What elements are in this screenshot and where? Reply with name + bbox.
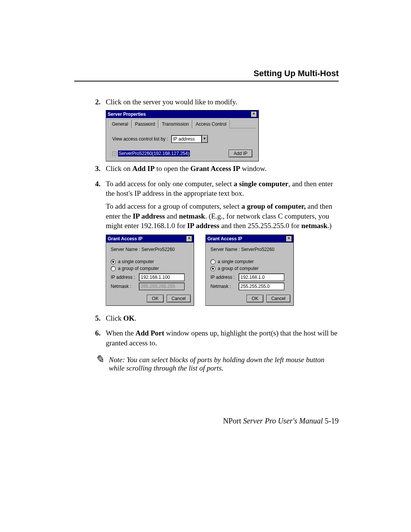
viewby-combo[interactable]: IP address ▼	[171, 135, 208, 143]
ip-input[interactable]: 192.168.1.100	[139, 273, 185, 281]
step-6-number: 6.	[95, 328, 106, 351]
close-icon[interactable]: ×	[286, 236, 292, 242]
grant-single-title: Grant Access IP	[108, 236, 143, 242]
add-ip-button[interactable]: Add IP	[229, 150, 252, 157]
step-5-number: 5.	[95, 313, 106, 326]
cancel-button[interactable]: Cancel	[167, 295, 191, 302]
radio-single-computer[interactable]: a single computer	[111, 259, 189, 265]
step-2: 2. Click on the server you would like to…	[95, 97, 339, 161]
netmask-label: Netmask :	[111, 283, 136, 289]
ip-label: IP address :	[111, 274, 136, 280]
radio-single-computer[interactable]: a single computer	[210, 259, 289, 265]
radio-icon	[111, 259, 116, 264]
close-icon[interactable]: ×	[186, 236, 192, 242]
tree-expand-icon[interactable]: -	[112, 152, 116, 156]
close-icon[interactable]: ×	[251, 111, 257, 117]
grant-group-server: Server Name : ServerPro52260	[210, 246, 289, 252]
ok-button[interactable]: OK	[147, 295, 163, 302]
footer-page: 5-19	[323, 417, 339, 425]
tab-strip: General Password Transmission Access Con…	[108, 120, 256, 128]
ip-input[interactable]: 192.168.1.0	[239, 273, 284, 281]
grant-single-server: Server Name : ServerPro52260	[111, 246, 189, 252]
chevron-down-icon[interactable]: ▼	[202, 135, 208, 143]
radio-icon	[210, 259, 215, 264]
viewby-label: View access control list by :	[112, 136, 168, 142]
footer-manual: Server Pro User's Manual	[243, 417, 323, 425]
netmask-input[interactable]: 255.255.255.0	[239, 283, 284, 290]
step-3: 3. Click on Add IP to open the Grant Acc…	[95, 164, 339, 177]
note-text: Note: You can select blocks of ports by …	[109, 356, 339, 372]
server-properties-titlebar: Server Properties ×	[106, 110, 258, 118]
header-title: Setting Up Multi-Host	[253, 69, 339, 78]
tab-password[interactable]: Password	[132, 120, 159, 128]
step-2-number: 2.	[95, 97, 106, 161]
radio-icon	[111, 266, 116, 271]
server-properties-title: Server Properties	[108, 111, 146, 117]
step-2-text: Click on the server you would like to mo…	[106, 98, 237, 106]
tab-access-control[interactable]: Access Control	[192, 120, 230, 128]
page-header: Setting Up Multi-Host	[74, 69, 339, 81]
viewby-value: IP address	[171, 135, 202, 143]
step-4: 4. To add access for only one computer, …	[95, 179, 339, 311]
step-3-number: 3.	[95, 164, 106, 177]
ip-label: IP address :	[210, 274, 236, 280]
netmask-input: 255.255.255.255	[139, 283, 185, 290]
note-icon: ✎	[95, 356, 106, 372]
step-4-number: 4.	[95, 179, 106, 311]
radio-group-computer[interactable]: a group of computer	[111, 265, 189, 272]
tab-transmission[interactable]: Transmission	[158, 120, 192, 128]
cancel-button[interactable]: Cancel	[266, 295, 290, 302]
netmask-label: Netmask :	[210, 283, 236, 289]
radio-icon	[210, 266, 215, 271]
tree-selected-item[interactable]: ServerPro52260(192.168.127.254)	[118, 150, 190, 157]
step-6: 6. When the Add Port window opens up, hi…	[95, 328, 339, 351]
grant-access-dialog-single: Grant Access IP × Server Name : ServerPr…	[106, 235, 194, 306]
tab-general[interactable]: General	[108, 120, 132, 128]
radio-group-computer[interactable]: a group of computer	[210, 265, 289, 272]
step-5: 5. Click OK.	[95, 313, 339, 326]
ok-button[interactable]: OK	[247, 295, 263, 302]
server-properties-dialog: Server Properties × General Password Tra…	[106, 110, 259, 161]
note: ✎ Note: You can select blocks of ports b…	[95, 356, 339, 372]
grant-group-title: Grant Access IP	[207, 236, 242, 242]
page-footer: NPort Server Pro User's Manual 5-19	[0, 417, 339, 425]
grant-access-dialog-group: Grant Access IP × Server Name : ServerPr…	[206, 235, 294, 306]
footer-product: NPort	[223, 417, 243, 425]
